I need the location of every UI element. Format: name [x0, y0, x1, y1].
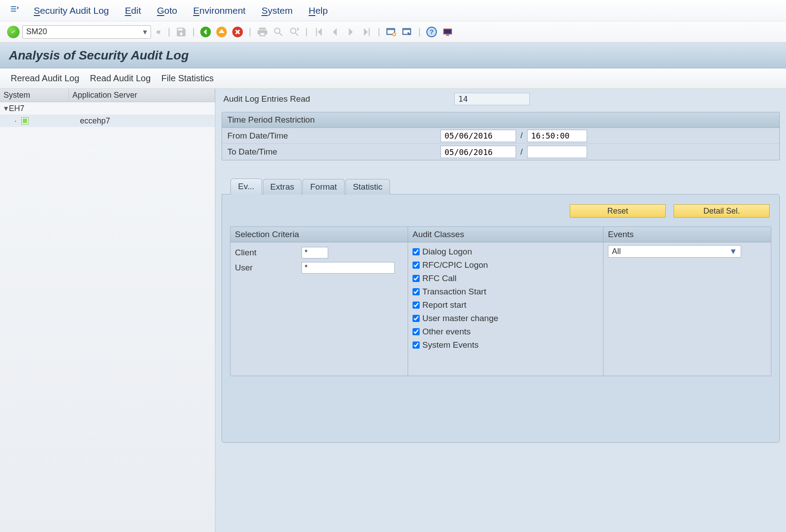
- tree-row-server[interactable]: · eccehp7: [0, 115, 215, 127]
- button-row: Reset Detail Sel.: [230, 202, 771, 226]
- menu-goto[interactable]: Goto: [156, 4, 178, 18]
- app-menu-icon[interactable]: [10, 5, 19, 16]
- help-icon[interactable]: ?: [425, 25, 438, 39]
- detail-sel-button[interactable]: Detail Sel.: [674, 204, 770, 218]
- back-icon[interactable]: [199, 25, 212, 39]
- chk-system-events[interactable]: [413, 341, 420, 349]
- prev-page-icon[interactable]: [328, 25, 341, 39]
- chk-other-events[interactable]: [413, 328, 420, 335]
- tab-events[interactable]: Ev...: [230, 179, 262, 195]
- last-page-icon[interactable]: [360, 25, 373, 39]
- audit-classes-title: Audit Classes: [408, 227, 603, 242]
- time-period-title: Time Period Restriction: [222, 112, 779, 128]
- menu-security-audit-log[interactable]: Security Audit Log: [33, 4, 110, 18]
- svg-text:?: ?: [430, 28, 434, 36]
- events-select-value: All: [612, 247, 621, 256]
- reread-audit-log-button[interactable]: Reread Audit Log: [11, 73, 79, 83]
- client-input[interactable]: [302, 247, 328, 258]
- audit-classes-box: Audit Classes Dialog Logon RFC/CPIC Logo…: [408, 227, 603, 376]
- selection-criteria-box: Selection Criteria Client User: [230, 227, 408, 376]
- from-date-input[interactable]: [441, 130, 516, 142]
- menu-system[interactable]: System: [261, 4, 294, 18]
- tree-header-system: System: [0, 89, 69, 102]
- entries-read-value: 14: [454, 93, 530, 105]
- chk-transaction-start[interactable]: [413, 288, 420, 295]
- menubar: Security Audit Log Edit Goto Environment…: [0, 0, 786, 21]
- page-title: Analysis of Security Audit Log: [0, 43, 786, 68]
- tcode-input[interactable]: SM20 ▾: [22, 25, 151, 39]
- tree-label: EH7: [9, 104, 24, 113]
- entries-read-label: Audit Log Entries Read: [223, 94, 454, 104]
- collapse-icon[interactable]: ▾: [3, 103, 9, 113]
- tab-statistic[interactable]: Statistic: [345, 179, 390, 195]
- events-box: Events All ▼: [603, 227, 771, 376]
- chk-report-start[interactable]: [413, 302, 420, 309]
- tree-row-system[interactable]: ▾ EH7: [0, 102, 215, 115]
- user-label: User: [235, 263, 302, 273]
- app-window: Security Audit Log Edit Goto Environment…: [0, 0, 786, 532]
- svg-rect-12: [446, 34, 449, 36]
- server-icon: [21, 117, 28, 124]
- audit-classes-list: Dialog Logon RFC/CPIC Logon RFC Call Tra…: [408, 242, 603, 376]
- user-input[interactable]: [302, 262, 395, 274]
- events-title: Events: [603, 227, 771, 242]
- svg-rect-4: [387, 28, 394, 30]
- enter-icon[interactable]: [7, 26, 20, 38]
- svg-rect-11: [445, 29, 451, 33]
- reset-button[interactable]: Reset: [570, 204, 666, 218]
- save-icon[interactable]: [175, 25, 188, 39]
- tcode-value: SM20: [26, 27, 47, 36]
- layout-icon[interactable]: [441, 25, 454, 39]
- chk-rfc-cpic-logon[interactable]: [413, 262, 420, 269]
- tree-label: eccehp7: [80, 116, 110, 126]
- to-date-label: To Date/Time: [227, 147, 441, 157]
- chk-user-master-change[interactable]: [413, 315, 420, 322]
- shortcut-icon[interactable]: [401, 25, 414, 39]
- client-label: Client: [235, 248, 302, 258]
- leaf-icon: ·: [12, 116, 19, 126]
- menu-environment[interactable]: Environment: [192, 4, 246, 18]
- tree-header-appserver: Application Server: [69, 89, 215, 102]
- cancel-icon[interactable]: [231, 25, 244, 39]
- next-page-icon[interactable]: [344, 25, 357, 39]
- first-page-icon[interactable]: [312, 25, 326, 39]
- new-session-icon[interactable]: [385, 25, 398, 39]
- from-time-input[interactable]: [527, 130, 587, 142]
- main-split: System Application Server ▾ EH7 · eccehp…: [0, 89, 786, 532]
- menu-edit[interactable]: Edit: [124, 4, 142, 18]
- content-area: Audit Log Entries Read 14 Time Period Re…: [215, 89, 786, 532]
- exit-icon[interactable]: [215, 25, 228, 39]
- chk-dialog-logon[interactable]: [413, 248, 420, 255]
- find-next-icon[interactable]: [288, 25, 301, 39]
- appbar: Reread Audit Log Read Audit Log File Sta…: [0, 68, 786, 89]
- read-audit-log-button[interactable]: Read Audit Log: [90, 73, 151, 83]
- file-statistics-button[interactable]: File Statistics: [161, 73, 214, 83]
- time-period-group: Time Period Restriction From Date/Time /…: [222, 112, 780, 160]
- chk-rfc-call[interactable]: [413, 275, 420, 282]
- to-time-input[interactable]: [527, 146, 587, 158]
- tree-header: System Application Server: [0, 89, 215, 102]
- from-date-label: From Date/Time: [227, 131, 441, 141]
- tab-strip: Ev... Extras Format Statistic: [222, 178, 780, 194]
- system-tree: System Application Server ▾ EH7 · eccehp…: [0, 89, 215, 532]
- entries-read-row: Audit Log Entries Read 14: [220, 91, 782, 107]
- tab-extras[interactable]: Extras: [263, 179, 302, 195]
- toolbar: SM20 ▾ « | | | | | | ?: [0, 21, 786, 43]
- chevron-down-icon: ▼: [729, 247, 737, 256]
- selection-criteria-title: Selection Criteria: [230, 227, 408, 242]
- svg-rect-7: [403, 28, 410, 30]
- print-icon[interactable]: [256, 25, 269, 39]
- dropdown-caret-icon[interactable]: ▾: [143, 27, 147, 37]
- to-date-input[interactable]: [441, 146, 516, 158]
- events-select[interactable]: All ▼: [608, 245, 741, 258]
- tab-area: Ev... Extras Format Statistic Reset Deta…: [222, 178, 780, 443]
- tab-body: Reset Detail Sel. Selection Criteria Cli…: [222, 194, 780, 443]
- menu-help[interactable]: Help: [308, 4, 329, 18]
- back-double-icon[interactable]: «: [154, 27, 163, 36]
- find-icon[interactable]: [272, 25, 285, 39]
- tab-format[interactable]: Format: [302, 179, 344, 195]
- criteria-triple: Selection Criteria Client User: [230, 226, 771, 376]
